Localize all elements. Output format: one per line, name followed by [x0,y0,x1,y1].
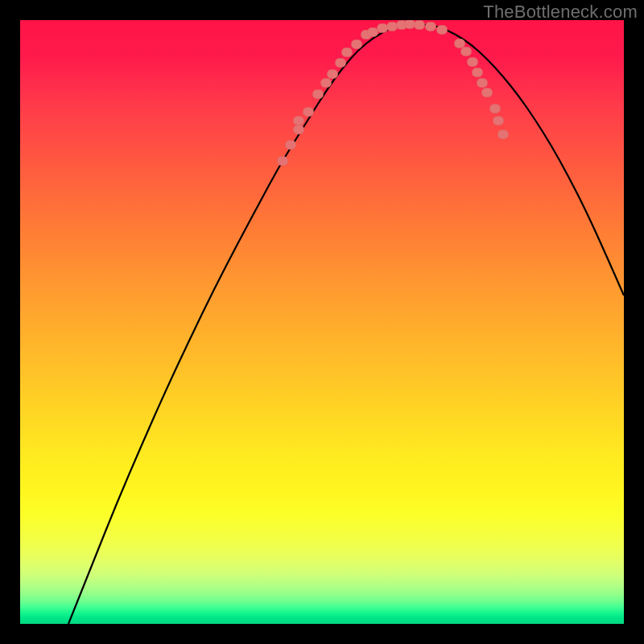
chart-frame: TheBottleneck.com [0,0,644,644]
background-gradient [20,20,624,624]
plot-area [20,20,624,624]
